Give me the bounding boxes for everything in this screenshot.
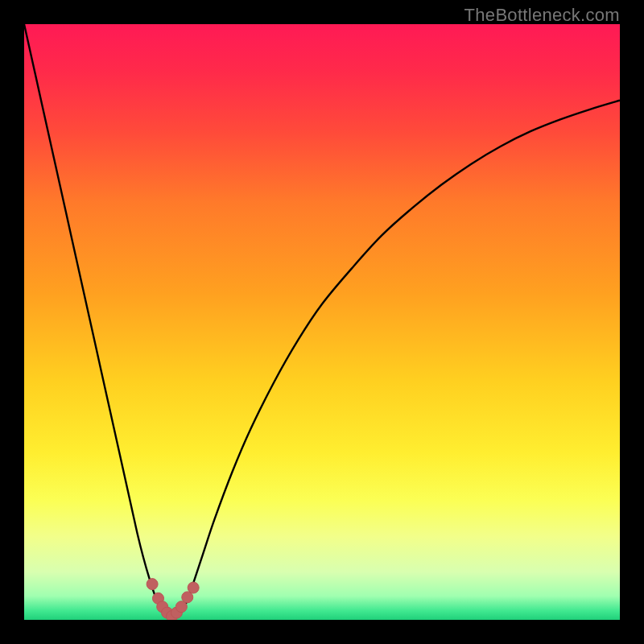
highlight-marker-group	[147, 579, 199, 620]
watermark-label: TheBottleneck.com	[464, 5, 620, 26]
chart-frame: TheBottleneck.com	[0, 0, 644, 644]
highlight-marker	[188, 582, 199, 593]
plot-area	[24, 24, 620, 620]
bottleneck-curve	[24, 24, 620, 617]
highlight-marker	[147, 579, 158, 590]
curve-layer	[24, 24, 620, 620]
